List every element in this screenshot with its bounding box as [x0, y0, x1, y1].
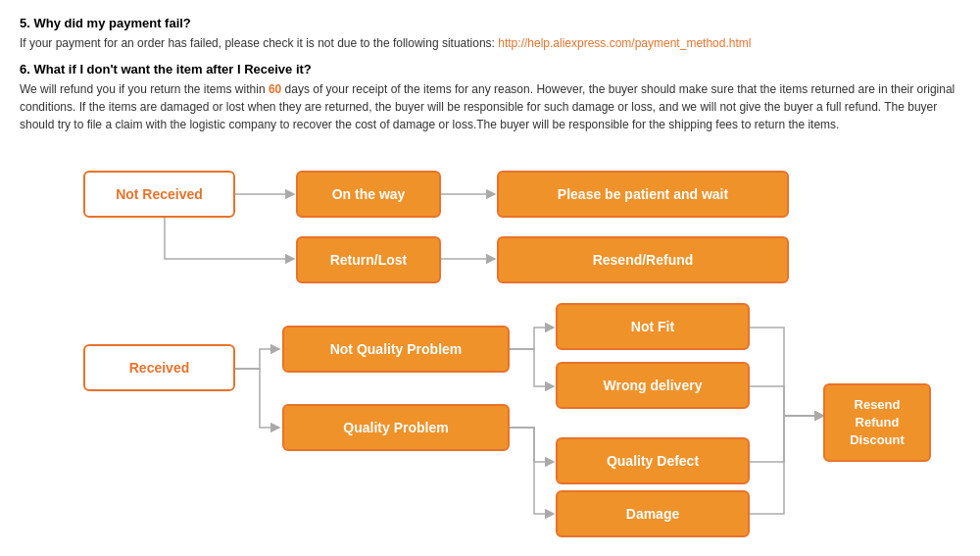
quality-problem-box: Quality Problem	[282, 404, 510, 451]
question-6-label: 6. What if I don't want the item after I…	[20, 62, 960, 76]
question-6-answer: We will refund you if you return the ite…	[20, 80, 960, 133]
flowchart: Not Received On the way Please be patien…	[20, 143, 960, 526]
return-lost-box: Return/Lost	[296, 236, 441, 283]
quality-defect-box: Quality Defect	[556, 437, 750, 484]
page: 5. Why did my payment fail? If your paym…	[0, 0, 980, 556]
resend-refund-top-box: Resend/Refund	[497, 236, 789, 283]
not-quality-problem-box: Not Quality Problem	[282, 326, 510, 373]
on-the-way-box: On the way	[296, 171, 441, 218]
not-fit-box: Not Fit	[556, 303, 750, 350]
q6-highlight: 60	[269, 82, 281, 96]
q6-text-before: We will refund you if you return the ite…	[20, 82, 269, 96]
not-received-box: Not Received	[83, 171, 235, 218]
received-box: Received	[83, 344, 235, 391]
question-6-section: 6. What if I don't want the item after I…	[20, 62, 960, 133]
question-5-answer: If your payment for an order has failed,…	[20, 34, 960, 52]
resend-refund-discount-box: Resend Refund Discount	[823, 383, 931, 462]
question-5-label: 5. Why did my payment fail?	[20, 16, 960, 30]
q5-link[interactable]: http://help.aliexpress.com/payment_metho…	[498, 36, 751, 50]
wrong-delivery-box: Wrong delivery	[556, 362, 750, 409]
q5-text: If your payment for an order has failed,…	[20, 36, 498, 50]
damage-box: Damage	[556, 490, 750, 537]
question-5-section: 5. Why did my payment fail? If your paym…	[20, 16, 960, 52]
please-be-patient-box: Please be patient and wait	[497, 171, 789, 218]
